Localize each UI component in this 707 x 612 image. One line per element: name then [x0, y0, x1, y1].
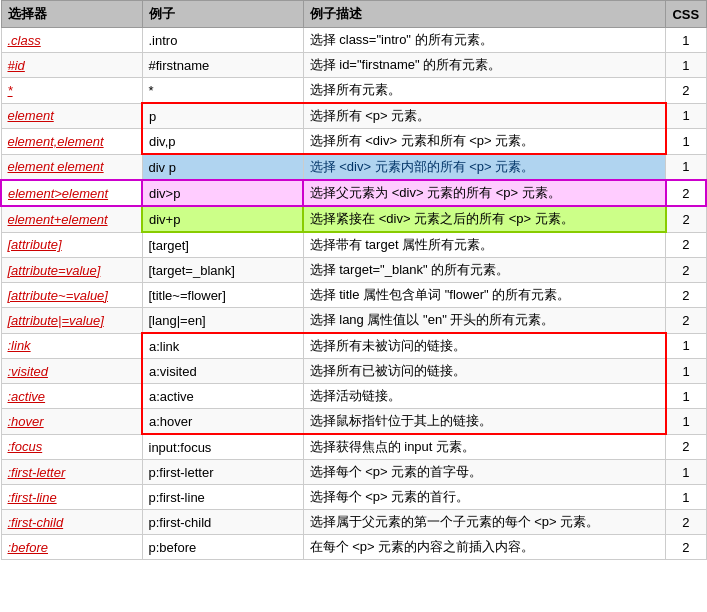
selector-link[interactable]: :focus	[8, 439, 43, 454]
table-row: :beforep:before在每个 <p> 元素的内容之前插入内容。2	[1, 535, 706, 560]
cell-example: a:visited	[142, 359, 303, 384]
cell-selector[interactable]: .class	[1, 28, 142, 53]
cell-selector[interactable]: [attribute]	[1, 232, 142, 258]
cell-selector[interactable]: element+element	[1, 206, 142, 232]
header-css: CSS	[666, 1, 706, 28]
selector-link[interactable]: :active	[8, 389, 46, 404]
selector-link[interactable]: :before	[8, 540, 48, 555]
cell-description: 选择父元素为 <div> 元素的所有 <p> 元素。	[303, 180, 666, 206]
cell-example: [title~=flower]	[142, 283, 303, 308]
cell-description: 选择 <div> 元素内部的所有 <p> 元素。	[303, 154, 666, 180]
cell-selector[interactable]: :visited	[1, 359, 142, 384]
cell-selector[interactable]: element	[1, 103, 142, 129]
selector-link[interactable]: [attribute|=value]	[8, 313, 104, 328]
cell-example: p:first-letter	[142, 460, 303, 485]
selector-link[interactable]: element element	[8, 159, 104, 174]
cell-example: div p	[142, 154, 303, 180]
cell-selector[interactable]: element element	[1, 154, 142, 180]
cell-selector[interactable]: element,element	[1, 129, 142, 155]
cell-description: 在每个 <p> 元素的内容之前插入内容。	[303, 535, 666, 560]
cell-example: p:first-line	[142, 485, 303, 510]
cell-description: 选择所有元素。	[303, 78, 666, 104]
cell-selector[interactable]: [attribute|=value]	[1, 308, 142, 334]
cell-selector[interactable]: :focus	[1, 434, 142, 460]
table-row: elementp选择所有 <p> 元素。1	[1, 103, 706, 129]
table-row: :first-letterp:first-letter选择每个 <p> 元素的首…	[1, 460, 706, 485]
cell-description: 选择紧接在 <div> 元素之后的所有 <p> 元素。	[303, 206, 666, 232]
table-row: :focusinput:focus选择获得焦点的 input 元素。2	[1, 434, 706, 460]
cell-description: 选择所有已被访问的链接。	[303, 359, 666, 384]
selector-link[interactable]: :first-line	[8, 490, 57, 505]
cell-description: 选择带有 target 属性所有元素。	[303, 232, 666, 258]
cell-css: 2	[666, 283, 706, 308]
cell-description: 选择获得焦点的 input 元素。	[303, 434, 666, 460]
cell-css: 2	[666, 232, 706, 258]
cell-example: [target=_blank]	[142, 258, 303, 283]
table-row: [attribute~=value][title~=flower]选择 titl…	[1, 283, 706, 308]
cell-css: 1	[666, 28, 706, 53]
cell-selector[interactable]: :first-letter	[1, 460, 142, 485]
cell-selector[interactable]: [attribute~=value]	[1, 283, 142, 308]
cell-selector[interactable]: [attribute=value]	[1, 258, 142, 283]
cell-selector[interactable]: :link	[1, 333, 142, 359]
cell-description: 选择 id="firstname" 的所有元素。	[303, 53, 666, 78]
cell-description: 选择 class="intro" 的所有元素。	[303, 28, 666, 53]
cell-description: 选择所有 <div> 元素和所有 <p> 元素。	[303, 129, 666, 155]
cell-selector[interactable]: :before	[1, 535, 142, 560]
cell-example: .intro	[142, 28, 303, 53]
cell-example: #firstname	[142, 53, 303, 78]
cell-css: 2	[666, 206, 706, 232]
selector-link[interactable]: [attribute]	[8, 237, 62, 252]
selector-link[interactable]: .class	[8, 33, 41, 48]
table-row: #id#firstname选择 id="firstname" 的所有元素。1	[1, 53, 706, 78]
table-row: .class.intro选择 class="intro" 的所有元素。1	[1, 28, 706, 53]
cell-example: a:active	[142, 384, 303, 409]
cell-css: 2	[666, 434, 706, 460]
cell-css: 1	[666, 485, 706, 510]
selector-link[interactable]: element,element	[8, 134, 104, 149]
selector-link[interactable]: :link	[8, 338, 31, 353]
table-row: element>elementdiv>p选择父元素为 <div> 元素的所有 <…	[1, 180, 706, 206]
cell-css: 2	[666, 535, 706, 560]
cell-example: [target]	[142, 232, 303, 258]
selector-link[interactable]: :hover	[8, 414, 44, 429]
selector-link[interactable]: :visited	[8, 364, 48, 379]
selector-link[interactable]: :first-letter	[8, 465, 66, 480]
selector-link[interactable]: [attribute=value]	[8, 263, 101, 278]
cell-css: 1	[666, 129, 706, 155]
table-row: [attribute|=value][lang|=en]选择 lang 属性值以…	[1, 308, 706, 334]
cell-description: 选择 lang 属性值以 "en" 开头的所有元素。	[303, 308, 666, 334]
table-row: [attribute=value][target=_blank]选择 targe…	[1, 258, 706, 283]
cell-example: a:link	[142, 333, 303, 359]
cell-description: 选择所有 <p> 元素。	[303, 103, 666, 129]
cell-selector[interactable]: :first-child	[1, 510, 142, 535]
selector-link[interactable]: element>element	[8, 186, 108, 201]
selector-link[interactable]: element	[8, 108, 54, 123]
cell-css: 2	[666, 180, 706, 206]
table-row: :activea:active选择活动链接。1	[1, 384, 706, 409]
selector-link[interactable]: *	[8, 83, 13, 98]
selector-link[interactable]: #id	[8, 58, 25, 73]
selector-link[interactable]: element+element	[8, 212, 108, 227]
table-row: **选择所有元素。2	[1, 78, 706, 104]
cell-description: 选择每个 <p> 元素的首字母。	[303, 460, 666, 485]
selector-link[interactable]: [attribute~=value]	[8, 288, 108, 303]
cell-example: [lang|=en]	[142, 308, 303, 334]
cell-description: 选择活动链接。	[303, 384, 666, 409]
cell-selector[interactable]: :first-line	[1, 485, 142, 510]
cell-css: 1	[666, 154, 706, 180]
selector-link[interactable]: :first-child	[8, 515, 64, 530]
cell-description: 选择 target="_blank" 的所有元素。	[303, 258, 666, 283]
table-row: :linka:link选择所有未被访问的链接。1	[1, 333, 706, 359]
cell-selector[interactable]: :hover	[1, 409, 142, 435]
cell-css: 2	[666, 510, 706, 535]
cell-css: 2	[666, 308, 706, 334]
header-example: 例子	[142, 1, 303, 28]
cell-selector[interactable]: :active	[1, 384, 142, 409]
cell-selector[interactable]: #id	[1, 53, 142, 78]
header-desc: 例子描述	[303, 1, 666, 28]
table-row: element elementdiv p选择 <div> 元素内部的所有 <p>…	[1, 154, 706, 180]
header-selector: 选择器	[1, 1, 142, 28]
cell-selector[interactable]: *	[1, 78, 142, 104]
cell-selector[interactable]: element>element	[1, 180, 142, 206]
